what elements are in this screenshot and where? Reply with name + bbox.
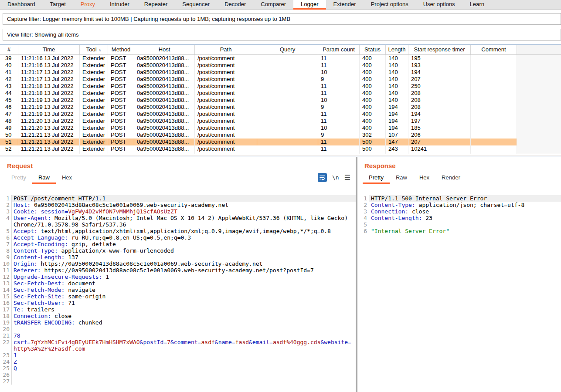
cell-comment xyxy=(471,118,517,125)
editor-line: 5 xyxy=(357,221,561,228)
column-header-status[interactable]: Status xyxy=(360,45,386,54)
line-number: 27 xyxy=(0,378,12,385)
cell-: 47 xyxy=(0,111,18,118)
cell-host: 0a9500020413d88... xyxy=(134,132,195,139)
request-tab-raw[interactable]: Raw xyxy=(32,172,56,184)
editor-menu-icon[interactable]: ☰ xyxy=(344,173,350,182)
cell-filler xyxy=(517,97,561,104)
line-content: Content-Type: application/x-www-form-url… xyxy=(12,247,356,254)
cell-param-count: 10 xyxy=(318,125,360,132)
table-row[interactable]: 4111:21:17 13 Jul 2022ExtenderPOST0a9500… xyxy=(0,69,561,76)
cell-param-count: 11 xyxy=(318,118,360,125)
menu-tab-project-options[interactable]: Project options xyxy=(364,0,416,10)
cell-time: 11:21:17 13 Jul 2022 xyxy=(18,69,80,76)
request-tab-hex[interactable]: Hex xyxy=(56,172,78,184)
cell-start-response-timer: 250 xyxy=(408,83,471,90)
cell-tool: Extender xyxy=(80,145,108,152)
line-number: 9 xyxy=(0,254,12,260)
table-row[interactable]: 4611:21:19 13 Jul 2022ExtenderPOST0a9500… xyxy=(0,104,561,111)
response-editor[interactable]: 1HTTP/1.1 500 Internal Server Error2Cont… xyxy=(357,195,561,392)
menu-tab-logger[interactable]: Logger xyxy=(293,0,326,10)
cell-time: 11:21:21 13 Jul 2022 xyxy=(18,132,80,139)
line-content: Z xyxy=(12,358,356,365)
cell-comment xyxy=(471,76,517,83)
table-row[interactable]: 5311:21:22 13 Jul 2022ExtenderPOST0a9500… xyxy=(0,152,561,154)
request-tab-pretty[interactable]: Pretty xyxy=(5,172,32,184)
capture-filter-bar[interactable]: Capture filter: Logger memory limit set … xyxy=(3,13,561,25)
column-header-length[interactable]: Length xyxy=(386,45,408,54)
column-header-start-response-timer[interactable]: Start response timer xyxy=(408,45,471,54)
response-tab-render[interactable]: Render xyxy=(435,172,466,184)
cell-path: /post/comment xyxy=(195,55,257,62)
cell-length: 194 xyxy=(386,111,408,118)
editor-line: 10Origin: https://0a9500020413d88ac08c5c… xyxy=(0,260,356,267)
cell-method: POST xyxy=(108,104,134,111)
menu-tab-user-options[interactable]: User options xyxy=(416,0,462,10)
cell-query xyxy=(257,132,318,139)
table-row[interactable]: 4911:21:20 13 Jul 2022ExtenderPOST0a9500… xyxy=(0,125,561,132)
column-header-comment[interactable]: Comment xyxy=(471,45,517,54)
menu-tab-target[interactable]: Target xyxy=(43,0,73,10)
column-header-query[interactable]: Query xyxy=(257,45,318,54)
request-editor[interactable]: 1POST /post/comment HTTP/1.12Host: 0a950… xyxy=(0,195,356,392)
cell-tool: Extender xyxy=(80,90,108,97)
table-row[interactable]: 4511:21:19 13 Jul 2022ExtenderPOST0a9500… xyxy=(0,97,561,104)
line-content: Accept: text/html,application/xhtml+xml,… xyxy=(12,228,356,234)
cell-length: 140 xyxy=(386,83,408,90)
view-filter-bar[interactable]: View filter: Showing all items xyxy=(3,29,561,41)
cell-query xyxy=(257,125,318,132)
column-header-time[interactable]: Time xyxy=(18,45,80,54)
column-header-path[interactable]: Path xyxy=(195,45,257,54)
cell-time: 11:21:21 13 Jul 2022 xyxy=(18,145,80,152)
menu-tab-comparer[interactable]: Comparer xyxy=(253,0,293,10)
table-row[interactable]: 4411:21:18 13 Jul 2022ExtenderPOST0a9500… xyxy=(0,90,561,97)
response-tab-raw[interactable]: Raw xyxy=(390,172,413,184)
cell-comment xyxy=(471,55,517,62)
cell-tool: Extender xyxy=(80,76,108,83)
cell-start-response-timer: 206 xyxy=(408,132,471,139)
response-panel: Response PrettyRawHexRender 1HTTP/1.1 50… xyxy=(357,157,561,392)
column-header-method[interactable]: Method xyxy=(108,45,134,54)
line-number: 12 xyxy=(0,274,12,280)
table-row[interactable]: 5011:21:21 13 Jul 2022ExtenderPOST0a9500… xyxy=(0,132,561,139)
menu-tab-proxy[interactable]: Proxy xyxy=(73,0,102,10)
menu-tab-repeater[interactable]: Repeater xyxy=(137,0,175,10)
cell-param-count: 11 xyxy=(318,145,360,152)
table-row[interactable]: 4311:21:18 13 Jul 2022ExtenderPOST0a9500… xyxy=(0,83,561,90)
column-header-[interactable]: # xyxy=(0,45,18,54)
table-row[interactable]: 4011:21:16 13 Jul 2022ExtenderPOST0a9500… xyxy=(0,62,561,69)
column-header-param-count[interactable]: Param count xyxy=(318,45,360,54)
line-number: 18 xyxy=(0,313,12,319)
table-row[interactable]: 4811:21:20 13 Jul 2022ExtenderPOST0a9500… xyxy=(0,118,561,125)
line-content: Te: trailers xyxy=(12,306,356,313)
cell-: 53 xyxy=(0,152,18,154)
cell-comment xyxy=(471,83,517,90)
newline-toggle-icon[interactable]: \n xyxy=(332,174,339,181)
menu-tab-sequencer[interactable]: Sequencer xyxy=(175,0,217,10)
response-tab-hex[interactable]: Hex xyxy=(413,172,435,184)
line-number: 4 xyxy=(0,215,12,228)
response-tab-pretty[interactable]: Pretty xyxy=(363,172,390,184)
table-row[interactable]: 4211:21:17 13 Jul 2022ExtenderPOST0a9500… xyxy=(0,76,561,83)
cell-length: 147 xyxy=(386,152,408,154)
cell-time: 11:21:19 13 Jul 2022 xyxy=(18,111,80,118)
menu-tab-learn[interactable]: Learn xyxy=(462,0,492,10)
column-header-host[interactable]: Host xyxy=(134,45,195,54)
table-row[interactable]: 3911:21:16 13 Jul 2022ExtenderPOST0a9500… xyxy=(0,55,561,62)
menu-tab-dashboard[interactable]: Dashboard xyxy=(0,0,43,10)
column-header-tool[interactable]: Tool∧ xyxy=(80,45,108,54)
table-row[interactable]: 4711:21:19 13 Jul 2022ExtenderPOST0a9500… xyxy=(0,111,561,118)
line-content: POST /post/comment HTTP/1.1 xyxy=(12,195,356,202)
cell-param-count: 11 xyxy=(318,83,360,90)
table-row[interactable]: 5211:21:21 13 Jul 2022ExtenderPOST0a9500… xyxy=(0,145,561,152)
line-content: Connection: close xyxy=(12,313,356,319)
menu-tab-extender[interactable]: Extender xyxy=(326,0,364,10)
cell-filler xyxy=(517,111,561,118)
editor-line: 17Te: trailers xyxy=(0,306,356,313)
wrap-text-toggle-icon[interactable] xyxy=(318,173,327,182)
menu-tab-decoder[interactable]: Decoder xyxy=(217,0,253,10)
cell-length: 194 xyxy=(386,104,408,111)
menu-tab-intruder[interactable]: Intruder xyxy=(102,0,137,10)
cell-comment xyxy=(471,111,517,118)
table-row[interactable]: 5111:21:21 13 Jul 2022ExtenderPOST0a9500… xyxy=(0,139,561,145)
